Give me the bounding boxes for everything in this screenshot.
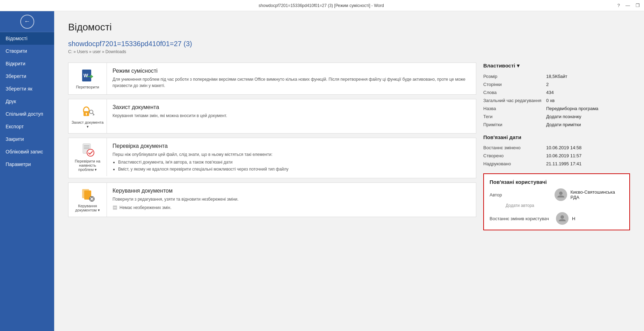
app-body: ← Відомості Створити Відкрити Зберегти З… [0, 11, 644, 331]
date-label-printed: Надруковано [483, 160, 546, 168]
check-button[interactable]: Перевірити на наявність проблем ▾ [68, 138, 107, 176]
check-desc: Перш ніж опублікувати цей файл, слід зна… [113, 151, 289, 172]
sidebar-item-vidkryty[interactable]: Відкрити [0, 57, 54, 70]
sidebar-item-zberehty-yak[interactable]: Зберегти як [0, 82, 54, 95]
prop-value-storinky: 2 [546, 80, 630, 88]
sidebar-back-area: ← [0, 11, 54, 32]
protect-label: Захист документа ▾ [71, 120, 104, 129]
manage-button[interactable]: Керування документом ▾ [68, 183, 107, 217]
convert-button[interactable]: W Перетворити [68, 63, 107, 94]
prop-label-time: Загальний час редагування [483, 96, 546, 105]
action-card-protect: Захист документа ▾ Захист документа Керу… [68, 99, 476, 134]
prop-row-tehy: Теги Додати позначку [483, 113, 630, 121]
no-changes-icon [113, 205, 117, 210]
avatar-icon [557, 190, 565, 199]
protect-text: Захист документа Керування типами змін, … [107, 99, 233, 124]
svg-text:W: W [84, 73, 88, 78]
sidebar-item-oblikovyy-zapys[interactable]: Обліковий запис [0, 145, 54, 158]
check-text: Перевірка документа Перш ніж опублікуват… [107, 138, 294, 178]
protect-desc: Керування типами змін, які можна вносити… [113, 113, 227, 119]
svg-point-8 [89, 110, 93, 114]
date-value-printed: 21.11.1995 17:41 [546, 160, 630, 168]
sidebar-item-vidomosti[interactable]: Відомості [0, 32, 54, 45]
main-content: Відомості showdocpf7201=15336pd410f01=27… [54, 11, 644, 331]
protect-icon [80, 103, 95, 119]
svg-point-26 [559, 192, 563, 195]
convert-title: Режим сумісності [113, 68, 470, 74]
prop-row-storinky: Сторінки 2 [483, 80, 630, 88]
author-label: Автор [490, 192, 551, 197]
restore-button[interactable]: ❐ [636, 3, 640, 8]
date-label-lastmod: Востаннє змінено [483, 144, 546, 152]
add-author-link[interactable]: Додати автора [506, 203, 624, 208]
sidebar-item-zberehty[interactable]: Зберегти [0, 70, 54, 82]
prop-row-time: Загальний час редагування 0 хв [483, 96, 630, 105]
manage-label: Керування документом ▾ [71, 204, 104, 213]
action-card-convert: W Перетворити Режим сумісності Для уникн… [68, 63, 476, 95]
check-title: Перевірка документа [113, 143, 289, 149]
doc-title: showdocpf7201=15336pd410f01=27 (3) [68, 40, 630, 48]
date-label-created: Створено [483, 152, 546, 160]
related-dates-header: Пов'язані дати [483, 134, 630, 140]
back-button[interactable]: ← [20, 15, 34, 29]
title-bar: showdocpf7201=15336pd410f01=27 (3) [Режи… [0, 0, 644, 11]
window-controls[interactable]: ? — ❐ [617, 3, 640, 8]
action-card-check: Перевірити на наявність проблем ▾ Переві… [68, 138, 476, 178]
sidebar-item-stvoryty[interactable]: Створити [0, 45, 54, 57]
check-desc-text: Перш ніж опублікувати цей файл, слід зна… [113, 152, 273, 157]
check-item-1: Вміст, у якому не вдалося перевірити спе… [118, 166, 289, 172]
sidebar-item-eksport[interactable]: Експорт [0, 120, 54, 133]
props-column: Властивості ▾ Розмір 18,5Кбайт Сторінки … [483, 63, 630, 230]
manage-text: Керування документом Повернути з редагув… [107, 183, 244, 216]
window-title: showdocpf7201=15336pd410f01=27 (3) [Режи… [25, 3, 617, 8]
convert-desc: Для уникнення проблем під час роботи з п… [113, 76, 470, 89]
prop-row-slova: Слова 434 [483, 88, 630, 96]
content-grid: W Перетворити Режим сумісності Для уникн… [68, 63, 630, 230]
prop-row-prymitky: Примітки Додати примітки [483, 121, 630, 129]
prop-label-storinky: Сторінки [483, 80, 546, 88]
last-modified-row: Востаннє змінив користувач Н [490, 212, 624, 225]
svg-point-27 [560, 215, 564, 219]
manage-icon [80, 187, 95, 202]
protect-button[interactable]: Захист документа ▾ [68, 99, 107, 133]
prop-value-slova: 434 [546, 88, 630, 96]
actions-column: W Перетворити Режим сумісності Для уникн… [68, 63, 476, 230]
date-value-created: 10.06.2019 11:57 [546, 152, 630, 160]
manage-title: Керування документом [113, 188, 239, 194]
prop-label-prymitky: Примітки [483, 121, 546, 129]
date-row-lastmod: Востаннє змінено 10.06.2019 14:58 [483, 144, 630, 152]
prop-value-prymitky[interactable]: Додати примітки [546, 121, 630, 129]
date-value-lastmod: 10.06.2019 14:58 [546, 144, 630, 152]
page-title: Відомості [68, 22, 630, 33]
prop-value-nazva: Передвиборна програма [546, 105, 630, 113]
manage-no-changes: Немає незбережених змін. [120, 204, 172, 211]
sidebar-item-druk[interactable]: Друк [0, 95, 54, 108]
related-users-box: Пов'язані користувачі Автор Києво-Святош… [483, 173, 630, 230]
related-users-title: Пов'язані користувачі [490, 179, 624, 185]
sidebar-item-zakryty[interactable]: Закрити [0, 133, 54, 145]
svg-point-15 [87, 149, 94, 156]
sidebar-item-parametry[interactable]: Параметри [0, 158, 54, 171]
check-label: Перевірити на наявність проблем ▾ [71, 159, 104, 172]
help-button[interactable]: ? [617, 3, 620, 8]
svg-line-10 [93, 115, 94, 115]
svg-marker-2 [91, 74, 93, 79]
prop-value-time: 0 хв [546, 96, 630, 105]
properties-section: Властивості ▾ Розмір 18,5Кбайт Сторінки … [483, 63, 630, 129]
check-icon [80, 142, 95, 158]
prop-label-tehy: Теги [483, 113, 546, 121]
sidebar-item-spilnyy-dostup[interactable]: Спільний доступ [0, 108, 54, 120]
minimize-button[interactable]: — [625, 3, 630, 8]
prop-label-rozmir: Розмір [483, 72, 546, 80]
properties-table: Розмір 18,5Кбайт Сторінки 2 Слова 434 [483, 72, 630, 129]
last-modified-label: Востаннє змінив користувач [490, 216, 552, 221]
related-dates-section: Пов'язані дати Востаннє змінено 10.06.20… [483, 134, 630, 168]
protect-title: Захист документа [113, 104, 227, 110]
author-row: Автор Києво-Святошинська РДА [490, 188, 624, 201]
last-modified-avatar-icon [558, 214, 566, 223]
breadcrumb: С: » Users » user » Downloads [68, 49, 630, 54]
author-name: Києво-Святошинська РДА [571, 189, 624, 200]
related-dates-table: Востаннє змінено 10.06.2019 14:58 Створе… [483, 144, 630, 168]
prop-row-rozmir: Розмір 18,5Кбайт [483, 72, 630, 80]
prop-value-tehy[interactable]: Додати позначку [546, 113, 630, 121]
